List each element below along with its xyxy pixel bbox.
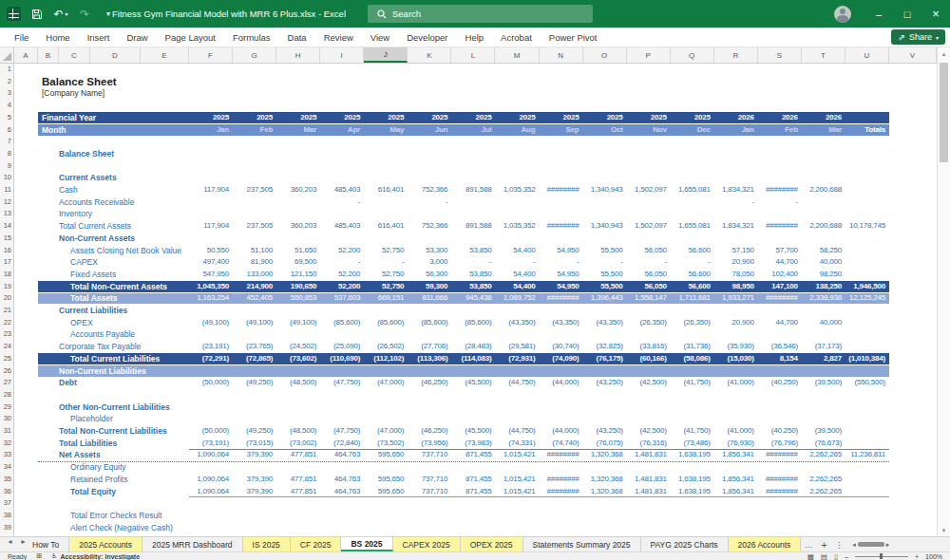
select-all-corner[interactable] — [0, 47, 14, 63]
cell[interactable]: 2025 — [320, 112, 364, 124]
cell[interactable]: 891,588 — [451, 220, 495, 233]
cell[interactable]: 2,262,265 — [802, 486, 846, 498]
cell[interactable]: 1,090,064 — [189, 474, 233, 486]
row-label-ordinary-equity[interactable]: Ordinary Equity — [70, 461, 126, 474]
cell[interactable]: 53,850 — [451, 269, 495, 281]
row-label-total-liabilities[interactable]: Total Liabilities — [59, 438, 117, 450]
cell[interactable]: (47,000) — [364, 377, 408, 389]
cell[interactable]: 121,150 — [276, 269, 320, 281]
cell[interactable]: (76,796) — [758, 438, 802, 450]
cell[interactable]: 891,588 — [451, 184, 495, 196]
cell[interactable]: (112,102) — [364, 353, 408, 365]
cell[interactable]: 54,950 — [540, 281, 583, 293]
cell[interactable]: (73,983) — [451, 438, 495, 450]
scroll-up-icon[interactable]: ▴ — [938, 47, 950, 60]
sheet-tab-2026-accounts[interactable]: 2026 Accounts — [729, 537, 802, 551]
cell[interactable]: 102,400 — [758, 269, 802, 281]
row-header-12[interactable]: 12 — [0, 196, 11, 209]
cell[interactable]: 20,900 — [714, 317, 758, 329]
sheet-tab-2025-mrr-dashboard[interactable]: 2025 MRR Dashboard — [142, 537, 243, 551]
row-header-1[interactable]: 1 — [0, 64, 11, 76]
hscroll-left-icon[interactable]: ◂ — [852, 541, 856, 549]
cell[interactable]: (45,500) — [451, 377, 495, 389]
cell[interactable]: (41,000) — [714, 377, 758, 389]
cell[interactable]: 2025 — [495, 112, 539, 124]
ribbon-tab-formulas[interactable]: Formulas — [224, 32, 279, 43]
hscroll-right-icon[interactable]: ▸ — [886, 541, 890, 549]
cell[interactable]: (31,736) — [671, 341, 714, 353]
cell[interactable]: - — [758, 196, 802, 209]
cell[interactable]: Oct — [583, 124, 627, 137]
cell[interactable]: (35,930) — [714, 341, 758, 353]
col-header-c[interactable]: C — [59, 47, 90, 63]
cell[interactable]: (72,840) — [320, 438, 364, 450]
cell[interactable]: (39,500) — [802, 425, 846, 438]
sheet-tab-capex-2025[interactable]: CAPEX 2025 — [393, 537, 461, 551]
row-header-13[interactable]: 13 — [0, 208, 11, 220]
cell[interactable]: (85,600) — [364, 317, 408, 329]
cell[interactable]: (44,000) — [540, 377, 583, 389]
cell[interactable]: 477,851 — [276, 449, 320, 461]
sheet-tab-is-2025[interactable]: IS 2025 — [243, 537, 291, 551]
cell[interactable]: 945,438 — [451, 292, 495, 305]
cell[interactable]: (74,090) — [540, 353, 583, 365]
col-header-r[interactable]: R — [714, 47, 758, 63]
sheet-tab-cf-2025[interactable]: CF 2025 — [291, 537, 342, 551]
cell[interactable]: 1,481,831 — [627, 449, 671, 461]
row-label-non-current-liabilities[interactable]: Non-Current Liabilities — [59, 365, 146, 378]
row-header-22[interactable]: 22 — [0, 317, 11, 329]
row-label-total-error-checks-result[interactable]: Total Error Checks Result — [70, 510, 162, 522]
ribbon-tab-help[interactable]: Help — [457, 32, 493, 43]
cell[interactable]: (73,486) — [671, 438, 714, 450]
row-label-month[interactable]: Month — [42, 124, 66, 137]
row-header-15[interactable]: 15 — [0, 233, 11, 245]
restore-button[interactable]: □ — [893, 0, 922, 28]
save-icon[interactable] — [29, 5, 45, 24]
vertical-scroll-thumb[interactable] — [940, 63, 948, 162]
cell[interactable]: - — [320, 256, 364, 269]
cell[interactable]: 379,390 — [233, 486, 276, 498]
cell[interactable]: 1,163,254 — [189, 292, 233, 305]
zoom-level[interactable]: 100% — [925, 553, 942, 560]
cell[interactable]: 1,090,064 — [189, 486, 233, 498]
col-header-k[interactable]: K — [408, 47, 451, 63]
cell[interactable]: 214,900 — [233, 281, 276, 293]
cell[interactable]: (45,500) — [451, 425, 495, 438]
row-label-net-assets[interactable]: Net Assets — [59, 449, 101, 461]
horizontal-scrollbar[interactable]: ◂ ▸ — [852, 537, 889, 551]
cell[interactable]: 1,933,271 — [714, 292, 758, 305]
row-header-5[interactable]: 5 — [0, 112, 11, 124]
cell[interactable]: (43,350) — [495, 317, 539, 329]
cell[interactable]: 56,050 — [627, 269, 671, 281]
cell[interactable]: ######## — [540, 184, 583, 196]
cell[interactable]: (26,350) — [627, 317, 671, 329]
cell[interactable]: (76,175) — [583, 353, 627, 365]
cell[interactable]: ######## — [758, 184, 802, 196]
cell[interactable]: 871,455 — [451, 486, 495, 498]
cell[interactable]: 485,403 — [320, 184, 364, 196]
cell[interactable]: 752,366 — [408, 184, 451, 196]
cell[interactable]: (73,002) — [276, 438, 320, 450]
cell[interactable]: 56,600 — [671, 269, 714, 281]
cell[interactable]: 44,700 — [758, 317, 802, 329]
row-label-current-liabilities[interactable]: Current Liabilities — [59, 305, 127, 317]
cell[interactable]: (73,956) — [408, 438, 451, 450]
cell[interactable]: (43,250) — [583, 425, 627, 438]
ribbon-tab-power-pivot[interactable]: Power Pivot — [541, 32, 606, 43]
cell[interactable]: 53,850 — [451, 245, 495, 257]
cell[interactable]: 54,400 — [495, 245, 539, 257]
cell[interactable]: Jan — [189, 124, 233, 137]
row-header-8[interactable]: 8 — [0, 148, 11, 160]
cell[interactable]: 69,500 — [276, 256, 320, 269]
col-header-q[interactable]: Q — [671, 47, 714, 63]
cell[interactable]: 11,236,811 — [846, 449, 889, 461]
cell[interactable]: Sep — [540, 124, 583, 137]
cell[interactable]: ######## — [758, 292, 802, 305]
cell[interactable]: 477,851 — [276, 474, 320, 486]
cell[interactable]: (29,581) — [495, 341, 539, 353]
row-label-assets-closing-net-book-value[interactable]: Assets Closing Net Book Value — [70, 245, 181, 257]
cell[interactable]: 98,950 — [714, 281, 758, 293]
cell[interactable]: 52,750 — [364, 281, 408, 293]
minimize-button[interactable]: – — [864, 0, 893, 28]
cell[interactable]: (24,502) — [276, 341, 320, 353]
